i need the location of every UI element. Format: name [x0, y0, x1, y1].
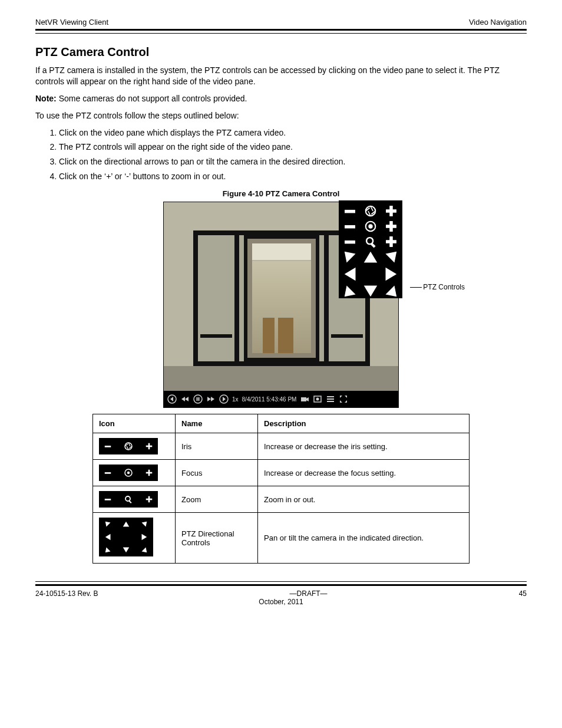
minus-icon	[104, 469, 112, 477]
svg-marker-38	[386, 252, 397, 263]
svg-marker-61	[105, 534, 111, 541]
svg-rect-44	[105, 446, 111, 447]
svg-marker-39	[345, 268, 356, 281]
minus-icon	[104, 495, 112, 503]
svg-marker-65	[142, 548, 147, 553]
svg-rect-15	[327, 396, 334, 397]
rewind-icon[interactable]	[180, 394, 190, 404]
snapshot-icon[interactable]	[313, 394, 322, 404]
plus-icon[interactable]	[385, 205, 398, 218]
ptz-down-left-icon[interactable]	[342, 283, 360, 297]
svg-rect-52	[148, 470, 150, 476]
table-row: PTZ Directional Controls Pan or tilt the…	[93, 513, 470, 564]
ptz-table: Icon Name Description Iris Increase or d…	[92, 414, 470, 564]
svg-rect-16	[327, 398, 334, 400]
svg-marker-1	[170, 397, 173, 401]
footer-doc-id: 24-10515-13 Rev. B	[35, 589, 98, 598]
rule-top-thin	[35, 33, 527, 34]
ptz-focus-row	[341, 219, 400, 233]
svg-marker-40	[386, 268, 397, 281]
expand-icon[interactable]	[339, 394, 348, 404]
step-item: Click on the ‘+’ or ‘-’ buttons to zoom …	[59, 171, 527, 182]
svg-rect-22	[345, 210, 355, 213]
ptz-up-icon	[118, 519, 134, 531]
svg-marker-18	[340, 396, 342, 398]
ptz-down-icon[interactable]	[362, 283, 379, 297]
step-forward-icon[interactable]	[219, 394, 229, 404]
svg-point-45	[125, 443, 132, 450]
note-label: Note:	[35, 94, 57, 103]
svg-marker-2	[181, 397, 185, 401]
header-left: NetVR Viewing Client	[35, 18, 108, 27]
ptz-left-icon[interactable]	[342, 267, 360, 281]
plus-icon[interactable]	[385, 235, 398, 248]
svg-rect-25	[390, 206, 392, 216]
th-desc: Description	[258, 414, 470, 433]
note-body: Some cameras do not support all controls…	[57, 94, 247, 103]
aperture-icon	[124, 442, 133, 451]
ptz-left-icon	[100, 531, 117, 543]
step-item: Click on the directional arrows to pan o…	[59, 156, 527, 167]
svg-rect-11	[301, 397, 306, 401]
svg-marker-19	[345, 396, 347, 398]
cell-name: Focus	[176, 460, 258, 486]
callout-label: PTZ Controls	[423, 283, 465, 291]
cell-desc: Increase or decrease the focus setting.	[258, 460, 470, 486]
ptz-right-icon	[135, 531, 152, 543]
step-back-icon[interactable]	[167, 394, 177, 404]
forward-icon[interactable]	[206, 394, 216, 404]
svg-marker-12	[306, 397, 309, 401]
svg-marker-21	[345, 400, 347, 403]
svg-rect-53	[105, 499, 111, 500]
ptz-down-left-icon	[100, 543, 117, 555]
ptz-up-icon[interactable]	[362, 251, 379, 265]
ptz-right-icon[interactable]	[381, 267, 399, 281]
minus-icon[interactable]	[343, 205, 356, 218]
ptz-zoom-row	[341, 235, 400, 249]
svg-point-50	[127, 472, 130, 474]
svg-rect-48	[105, 472, 111, 474]
minus-icon[interactable]	[343, 220, 356, 233]
svg-rect-17	[327, 401, 334, 402]
plus-icon[interactable]	[385, 220, 398, 233]
svg-point-4	[194, 395, 202, 403]
ptz-up-right-icon[interactable]	[381, 251, 399, 265]
ptz-up-left-icon[interactable]	[342, 251, 360, 265]
steps-lead: To use the PTZ controls follow the steps…	[35, 110, 527, 121]
svg-rect-35	[390, 237, 392, 247]
svg-rect-26	[345, 226, 355, 228]
pause-icon[interactable]	[193, 394, 203, 404]
step-item: Click on the video pane which displays t…	[59, 127, 527, 139]
svg-marker-3	[185, 397, 189, 401]
svg-marker-63	[105, 548, 111, 553]
playback-speed: 1x	[232, 396, 239, 403]
callout-line	[410, 287, 422, 288]
footer-page: 45	[519, 589, 527, 598]
svg-rect-30	[390, 222, 392, 232]
svg-point-54	[125, 496, 130, 501]
cell-desc: Increase or decrease the iris setting.	[258, 433, 470, 460]
playback-timestamp: 8/4/2011 5:43:46 PM	[242, 396, 297, 403]
cell-desc: Pan or tilt the camera in the indicated …	[258, 513, 470, 564]
section-heading: PTZ Camera Control	[35, 45, 527, 59]
minus-icon[interactable]	[343, 235, 356, 248]
ptz-direction-grid	[341, 251, 400, 297]
camera-icon[interactable]	[300, 394, 309, 404]
cell-icon	[93, 460, 176, 486]
intro-paragraph: If a PTZ camera is installed in the syst…	[35, 65, 527, 87]
list-icon[interactable]	[326, 394, 335, 404]
ptz-down-right-icon	[135, 543, 152, 555]
svg-marker-59	[123, 522, 130, 527]
svg-marker-36	[345, 252, 356, 263]
table-header-row: Icon Name Description	[93, 414, 470, 433]
rule-bottom-thin	[35, 581, 527, 582]
svg-marker-42	[364, 286, 378, 297]
svg-marker-20	[340, 400, 342, 403]
svg-marker-7	[207, 397, 211, 401]
ptz-down-right-icon[interactable]	[381, 283, 399, 297]
plus-icon	[145, 469, 153, 477]
svg-marker-10	[223, 397, 226, 401]
header-right: Video Navigation	[469, 18, 527, 27]
figure-caption: Figure 4-10 PTZ Camera Control	[35, 189, 527, 198]
plus-icon	[145, 495, 153, 503]
